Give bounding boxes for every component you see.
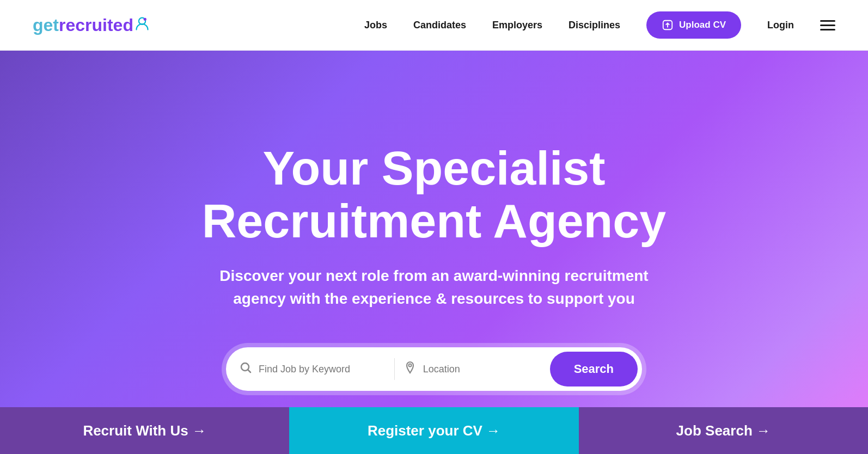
upload-cv-button[interactable]: Upload CV xyxy=(646,11,741,39)
location-input[interactable] xyxy=(423,364,550,375)
register-cv-button[interactable]: Register your CV → xyxy=(289,407,578,454)
upload-icon xyxy=(662,19,674,31)
login-link[interactable]: Login xyxy=(767,20,794,31)
hamburger-line-3 xyxy=(820,29,835,30)
svg-point-4 xyxy=(408,364,411,367)
hamburger-menu[interactable] xyxy=(820,20,835,30)
job-search-button[interactable]: Job Search → xyxy=(579,407,868,454)
recruit-with-us-button[interactable]: Recruit With Us → xyxy=(0,407,289,454)
hamburger-line-2 xyxy=(820,24,835,26)
logo-person-icon xyxy=(135,16,150,32)
logo-recruited: recruited xyxy=(59,15,133,35)
location-pin-icon xyxy=(404,361,417,377)
hero-subtitle: Discover your next role from an award-wi… xyxy=(200,265,668,310)
header: getrecruited Jobs Candidates Employers D… xyxy=(0,0,868,51)
hero-section: Your Specialist Recruitment Agency Disco… xyxy=(0,51,868,454)
hamburger-line-1 xyxy=(820,20,835,22)
search-button-label: Search xyxy=(574,362,614,376)
hero-title-line2: Recruitment Agency xyxy=(202,194,667,248)
search-divider xyxy=(394,358,395,380)
recruit-with-us-label: Recruit With Us → xyxy=(83,422,206,439)
upload-cv-label: Upload CV xyxy=(679,20,726,30)
main-nav: Jobs Candidates Employers Disciplines Up… xyxy=(364,11,835,39)
job-search-label: Job Search → xyxy=(676,422,771,439)
nav-jobs[interactable]: Jobs xyxy=(364,20,387,31)
hero-title: Your Specialist Recruitment Agency xyxy=(202,142,667,248)
hero-title-line1: Your Specialist xyxy=(262,141,605,195)
nav-candidates[interactable]: Candidates xyxy=(413,20,466,31)
keyword-input[interactable] xyxy=(259,364,386,375)
logo[interactable]: getrecruited xyxy=(33,16,150,34)
search-bar-container: Search xyxy=(222,343,646,395)
location-section xyxy=(404,361,550,377)
nav-employers[interactable]: Employers xyxy=(492,20,542,31)
keyword-section xyxy=(239,361,386,377)
register-cv-label: Register your CV → xyxy=(368,422,500,439)
search-bar-inner: Search xyxy=(226,347,642,391)
nav-disciplines[interactable]: Disciplines xyxy=(569,20,620,31)
svg-point-1 xyxy=(144,18,146,21)
search-magnifier-icon xyxy=(239,361,252,377)
search-button[interactable]: Search xyxy=(550,352,638,386)
logo-get: get xyxy=(33,15,59,35)
bottom-cta-buttons: Recruit With Us → Register your CV → Job… xyxy=(0,407,868,454)
